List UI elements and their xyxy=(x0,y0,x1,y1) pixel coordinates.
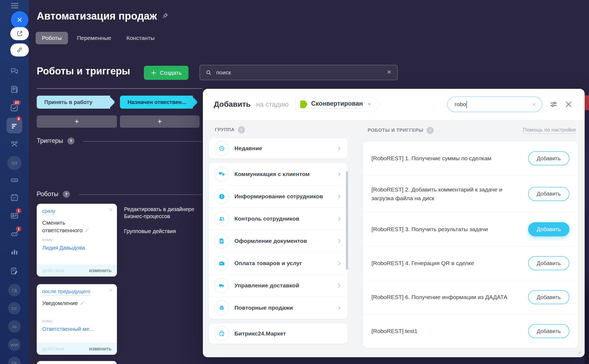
group-item-payment[interactable]: Оплата товаров и услуг xyxy=(209,252,348,274)
avatar[interactable]: ГД xyxy=(8,284,21,296)
avatar[interactable]: WW xyxy=(8,338,21,351)
chevron-right-icon xyxy=(336,216,341,221)
create-button[interactable]: Создать xyxy=(144,66,188,80)
group-actions-link[interactable]: Групповые действия xyxy=(124,228,203,235)
close-slider-button[interactable] xyxy=(11,11,28,29)
group-item-delivery[interactable]: Управление доставкой xyxy=(209,274,348,297)
modal-search-input[interactable]: robo xyxy=(447,96,542,112)
group-item-repeat-sales[interactable]: Повторные продажи xyxy=(209,297,348,319)
chevron-right-icon xyxy=(336,172,341,176)
search-clear-icon[interactable] xyxy=(386,69,392,76)
chat-bubbles-icon xyxy=(214,167,229,181)
add-robot-button[interactable]: Добавить xyxy=(528,256,569,270)
avatar[interactable]: СС xyxy=(8,302,21,315)
clear-search-icon[interactable] xyxy=(532,102,537,107)
section-title: Роботы и триггеры xyxy=(37,65,130,77)
robot-list-item: [RoboREST] 1. Получение суммы по сделкам… xyxy=(363,142,578,175)
resize-handle[interactable] xyxy=(577,350,581,355)
robot-card[interactable]: после предыдущего Уведомление кому: Отве… xyxy=(37,284,117,355)
add-robot-button[interactable]: Добавить xyxy=(528,187,569,201)
edit-link[interactable]: изменить xyxy=(89,346,111,352)
actions-link[interactable]: действия xyxy=(42,346,64,352)
tab-bar: Роботы Переменные Константы xyxy=(36,32,161,44)
stage-color-icon xyxy=(300,101,308,108)
add-robot-button[interactable]: Добавить xyxy=(528,324,569,338)
drive-icon[interactable] xyxy=(10,175,19,185)
tab-robots[interactable]: Роботы xyxy=(36,32,68,44)
search-input[interactable]: поиск xyxy=(200,65,398,80)
robot-list-item: [RoboREST] 3. Получить результаты задачи… xyxy=(363,212,578,246)
help-icon[interactable]: ? xyxy=(67,137,75,145)
help-icon[interactable]: ? xyxy=(427,127,434,134)
avatar[interactable]: ОЗ xyxy=(7,156,21,170)
news-icon[interactable] xyxy=(10,85,19,94)
add-robot-button[interactable]: Добавить xyxy=(528,151,569,165)
close-icon[interactable] xyxy=(109,288,113,293)
modal-close-icon[interactable] xyxy=(565,100,573,108)
pin-icon[interactable] xyxy=(161,10,169,22)
actions-link[interactable]: действия xyxy=(42,268,64,274)
people-icon[interactable] xyxy=(10,139,19,149)
wallet-icon xyxy=(214,256,229,271)
group-item-control[interactable]: Контроль сотрудников xyxy=(209,208,348,230)
calendar-icon[interactable] xyxy=(10,193,19,202)
screen: 22 8 ОЗ 1 1 ГД СС IG WW ПК xyxy=(0,0,589,364)
stage-column-2[interactable]: Назначен отвествен... xyxy=(120,96,193,109)
robots-column: РОБОТЫ И ТРИГГЕРЫ ? Помощь по настройке … xyxy=(363,120,578,356)
market-bag-icon xyxy=(214,326,229,341)
robot-list-item: [RoboREST] 2. Добавить комментарий к зад… xyxy=(363,175,578,212)
search-icon xyxy=(205,69,212,76)
crm-funnel-icon[interactable] xyxy=(10,121,19,130)
stage-selector[interactable]: Сконвертирован xyxy=(296,97,374,112)
search-placeholder: поиск xyxy=(216,69,231,76)
modal-subtitle: на стадию xyxy=(256,101,289,108)
info-icon xyxy=(214,189,229,204)
assignee-link[interactable]: Лидия Давыдова xyxy=(42,245,111,251)
setup-help-link[interactable]: Помощь по настройке xyxy=(523,127,576,134)
edit-icon[interactable] xyxy=(84,227,90,235)
doc-edit-icon[interactable] xyxy=(10,266,19,276)
text-cursor xyxy=(466,101,467,108)
group-item-market[interactable]: Битрикс24.Маркет xyxy=(209,324,348,344)
recent-icon xyxy=(214,141,229,156)
card-footer: действия изменить xyxy=(37,265,117,277)
trigger-condition-link[interactable]: сразу xyxy=(42,208,55,215)
chevron-right-icon xyxy=(336,306,341,310)
assignee-link[interactable]: Ответственный ме... xyxy=(42,326,111,332)
group-item-informing[interactable]: Информирование сотрудников xyxy=(209,185,348,208)
divider xyxy=(37,88,202,89)
add-to-stage-1-button[interactable]: + xyxy=(37,115,117,128)
menu-icon[interactable] xyxy=(11,3,18,8)
help-icon[interactable]: ? xyxy=(63,191,70,198)
group-item-recent[interactable]: Недавние xyxy=(209,138,348,158)
close-icon[interactable] xyxy=(109,208,113,213)
tab-constants[interactable]: Константы xyxy=(120,32,161,44)
stage-column-1[interactable]: Принять в работу xyxy=(37,96,110,109)
group-header: ГРУППА ? xyxy=(215,126,348,133)
group-scrollbar[interactable] xyxy=(346,171,348,270)
tab-variables[interactable]: Переменные xyxy=(71,32,117,44)
add-robot-button-highlighted[interactable]: Добавить xyxy=(528,222,569,236)
chevron-right-icon xyxy=(336,146,341,150)
chat-icon[interactable] xyxy=(10,67,19,76)
edit-link[interactable]: изменить xyxy=(89,268,111,274)
robot-card[interactable]: сразу Сменить ответственного кому: Лидия… xyxy=(37,204,117,277)
copy-link-button[interactable] xyxy=(10,43,29,57)
filter-icon[interactable] xyxy=(549,100,558,109)
avatar[interactable]: IG xyxy=(8,320,21,333)
edit-icon[interactable] xyxy=(80,300,85,307)
robot-card-partial[interactable] xyxy=(37,361,117,364)
group-item-communication[interactable]: Коммуникация с клиентом xyxy=(209,163,348,185)
truck-icon xyxy=(214,278,229,293)
open-in-new-button[interactable] xyxy=(10,27,29,40)
group-item-documents[interactable]: Оформление документов xyxy=(209,230,348,252)
add-to-stage-2-button[interactable]: + xyxy=(120,115,200,128)
trigger-condition-link[interactable]: после предыдущего xyxy=(42,288,90,296)
robots-list: [RoboREST] 1. Получение суммы по сделкам… xyxy=(363,142,578,348)
add-robot-button[interactable]: Добавить xyxy=(528,290,569,304)
bp-designer-link[interactable]: Редактировать в дизайнере Бизнес-процесс… xyxy=(124,206,203,220)
card-footer: действия изменить xyxy=(37,343,117,355)
chart-icon[interactable] xyxy=(10,247,19,256)
help-icon[interactable]: ? xyxy=(238,126,245,133)
avatar[interactable]: ПК xyxy=(8,357,21,364)
